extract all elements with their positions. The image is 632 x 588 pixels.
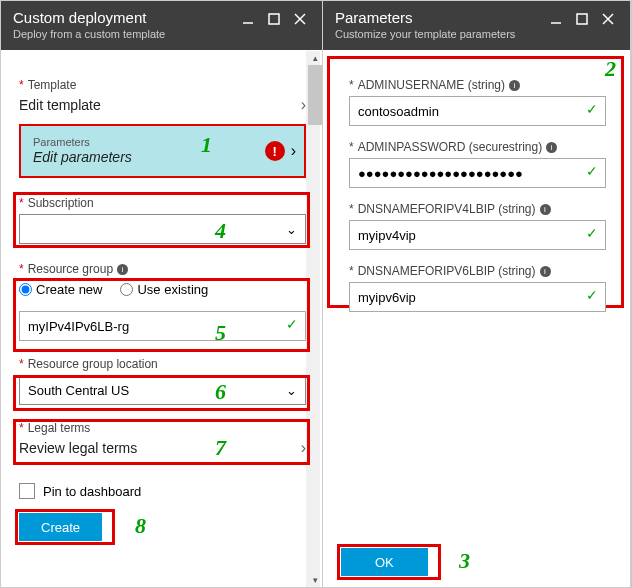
maximize-button[interactable] <box>572 9 592 29</box>
location-select[interactable]: South Central US ⌄ <box>19 375 306 405</box>
close-button[interactable] <box>598 9 618 29</box>
param-adminpassword-label: ADMINPASSWORD (securestring) <box>358 140 542 154</box>
param-dnsv4-input[interactable] <box>349 220 606 250</box>
blade-header: Parameters Customize your template param… <box>323 1 630 50</box>
param-adminpassword-input[interactable] <box>349 158 606 188</box>
ok-button[interactable]: OK <box>341 548 428 576</box>
legal-terms-row[interactable]: Review legal terms › <box>19 435 306 461</box>
rg-label: * Resource group i <box>19 262 306 276</box>
chevron-down-icon: ⌄ <box>286 383 297 398</box>
info-icon[interactable]: i <box>117 264 128 275</box>
rg-name-input[interactable] <box>19 311 306 341</box>
rg-create-new-radio[interactable]: Create new <box>19 282 102 297</box>
blade-title: Parameters <box>335 9 546 26</box>
rg-use-existing-radio[interactable]: Use existing <box>120 282 208 297</box>
edit-parameters-row[interactable]: Parameters Edit parameters ! › 1 <box>19 124 306 178</box>
check-icon: ✓ <box>286 316 298 332</box>
param-dnsv6-input[interactable] <box>349 282 606 312</box>
callout-7: 7 <box>215 435 226 461</box>
parameters-blade: Parameters Customize your template param… <box>323 1 631 587</box>
blade-subtitle: Customize your template parameters <box>335 28 546 40</box>
create-button[interactable]: Create <box>19 513 102 541</box>
param-dnsv6-label: DNSNAMEFORIPV6LBIP (string) <box>358 264 536 278</box>
check-icon: ✓ <box>586 101 598 117</box>
callout-3: 3 <box>459 548 470 574</box>
chevron-right-icon: › <box>291 142 296 160</box>
callout-1: 1 <box>201 132 212 158</box>
callout-2: 2 <box>605 56 616 82</box>
error-icon: ! <box>265 141 285 161</box>
svg-rect-5 <box>577 14 587 24</box>
subscription-select[interactable]: ⌄ <box>19 214 306 244</box>
chevron-down-icon: ⌄ <box>286 222 297 237</box>
blade-subtitle: Deploy from a custom template <box>13 28 238 40</box>
pin-to-dashboard-checkbox[interactable]: Pin to dashboard <box>19 483 306 499</box>
checkbox-icon[interactable] <box>19 483 35 499</box>
callout-8: 8 <box>135 513 146 539</box>
minimize-button[interactable] <box>546 9 566 29</box>
callout-4: 4 <box>215 218 226 244</box>
chevron-right-icon: › <box>301 439 306 457</box>
check-icon: ✓ <box>586 163 598 179</box>
info-icon[interactable]: i <box>540 266 551 277</box>
param-dnsv4-label: DNSNAMEFORIPV4LBIP (string) <box>358 202 536 216</box>
close-button[interactable] <box>290 9 310 29</box>
param-adminusername-input[interactable] <box>349 96 606 126</box>
svg-rect-1 <box>269 14 279 24</box>
legal-label: * Legal terms <box>19 421 306 435</box>
param-adminusername-label: ADMINUSERNAME (string) <box>358 78 505 92</box>
info-icon[interactable]: i <box>509 80 520 91</box>
location-label: * Resource group location <box>19 357 306 371</box>
check-icon: ✓ <box>586 287 598 303</box>
callout-6: 6 <box>215 379 226 405</box>
blade-header: Custom deployment Deploy from a custom t… <box>1 1 322 50</box>
blade-title: Custom deployment <box>13 9 238 26</box>
info-icon[interactable]: i <box>540 204 551 215</box>
callout-5: 5 <box>215 320 226 346</box>
edit-template-row[interactable]: Edit template › <box>19 92 306 118</box>
template-label: * Template <box>19 78 306 92</box>
custom-deployment-blade: Custom deployment Deploy from a custom t… <box>1 1 323 587</box>
subscription-label: * Subscription <box>19 196 306 210</box>
minimize-button[interactable] <box>238 9 258 29</box>
chevron-right-icon: › <box>301 96 306 114</box>
maximize-button[interactable] <box>264 9 284 29</box>
info-icon[interactable]: i <box>546 142 557 153</box>
check-icon: ✓ <box>586 225 598 241</box>
